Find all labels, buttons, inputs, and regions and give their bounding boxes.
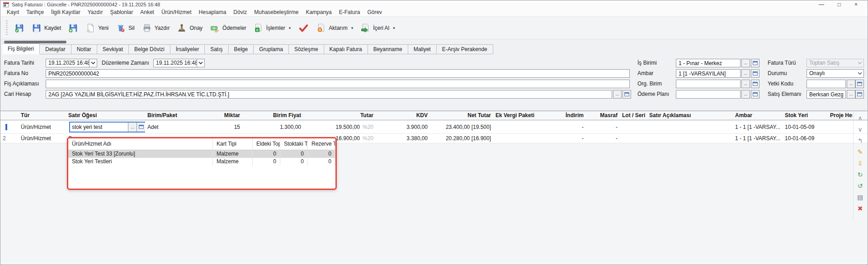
yetki-kodu-lookup-button[interactable]: ...	[847, 80, 855, 88]
chevron-down-icon[interactable]: ▾	[393, 26, 395, 30]
line-item-editor[interactable]: ...	[69, 122, 145, 132]
col-ambar[interactable]: Ambar	[733, 111, 783, 120]
menu-doviz[interactable]: Döviz	[230, 9, 250, 16]
line-item-lookup-button[interactable]: ...	[128, 123, 137, 132]
move-line-up-icon[interactable]: ∧	[858, 114, 862, 122]
col-satir-ogesi[interactable]: Satır Öğesi	[66, 111, 145, 120]
tab-kapali-fatura[interactable]: Kapalı Fatura	[324, 44, 368, 54]
tab-belge[interactable]: Belge	[229, 44, 254, 54]
tab-sevkiyat[interactable]: Sevkiyat	[97, 44, 129, 54]
is-birimi-input[interactable]	[676, 59, 741, 67]
save-and-new-button[interactable]	[65, 21, 81, 35]
maximize-button[interactable]: □	[838, 0, 841, 9]
yetki-kodu-form-button[interactable]	[855, 80, 864, 88]
ambar-form-button[interactable]	[751, 69, 760, 78]
popup-col-urun-hizmet-adi[interactable]: Ürün/Hizmet Adı	[68, 138, 213, 150]
col-tutar[interactable]: Tutar	[303, 111, 376, 120]
col-lot-seri[interactable]: Lot / Seri	[620, 111, 647, 120]
menu-yazdir[interactable]: Yazdır	[84, 9, 107, 16]
chevron-down-icon[interactable]	[89, 59, 97, 67]
col-tur[interactable]: Tür	[19, 111, 66, 120]
import-button[interactable]: İçeri Al ▾	[357, 21, 398, 35]
menu-muhasebelestirme[interactable]: Muhasebeleştirme	[250, 9, 302, 16]
col-indirim[interactable]: İndirim	[536, 111, 586, 120]
satis-elemani-form-button[interactable]	[855, 90, 864, 99]
satis-elemani-lookup-button[interactable]: ...	[847, 90, 855, 99]
edit-line-icon[interactable]: ✎	[858, 148, 863, 156]
col-miktar[interactable]: Miktar	[190, 111, 242, 120]
tab-irsaliyeler[interactable]: İrsaliyeler	[170, 44, 205, 54]
delete-line-icon[interactable]: ✖	[858, 205, 863, 212]
payments-button[interactable]: Ödemeler	[207, 21, 250, 35]
popup-col-stoktaki-toplam[interactable]: Stoktaki T...	[280, 138, 308, 150]
col-stok-yeri[interactable]: Stok Yeri	[783, 111, 828, 120]
tab-maliyet[interactable]: Maliyet	[408, 44, 437, 54]
print-button[interactable]: Yazdır	[139, 21, 173, 35]
popup-col-rezerve-toplam[interactable]: Rezerve T...	[308, 138, 335, 150]
col-kdv[interactable]: KDV	[376, 111, 430, 120]
cari-hesap-input[interactable]	[46, 90, 612, 99]
operations-button[interactable]: e İşlemler ▾	[250, 21, 294, 35]
refresh-prices-icon[interactable]: ↻	[858, 171, 863, 178]
menu-ilgili-kayitlar[interactable]: İlgili Kayıtlar	[47, 9, 84, 16]
durumu-value[interactable]: Onaylı	[807, 70, 856, 77]
toolbar-grip[interactable]	[6, 20, 8, 36]
tab-notlar[interactable]: Notlar	[71, 44, 97, 54]
is-birimi-lookup-button[interactable]: ...	[741, 59, 750, 67]
tab-fis-bilgileri[interactable]: Fiş Bilgileri	[2, 43, 40, 54]
fis-aciklamasi-input[interactable]	[46, 80, 630, 88]
confirm-button[interactable]	[295, 21, 312, 35]
org-birim-input[interactable]	[676, 80, 741, 88]
new-button[interactable]: Yeni	[82, 21, 112, 35]
duzenleme-zamani-combo[interactable]: 19.11.2025 16:48	[153, 59, 205, 67]
fatura-tarihi-combo[interactable]: 19.11.2025 16:48	[46, 59, 97, 67]
popup-row-1[interactable]: Stok Yeri Test 33 [Zorunlu] Malzeme 0 0 …	[68, 150, 335, 158]
col-masraf[interactable]: Masraf	[586, 111, 620, 120]
ambar-input[interactable]	[676, 69, 741, 78]
odeme-plani-input[interactable]	[676, 90, 741, 99]
col-marker[interactable]	[0, 111, 19, 120]
menu-kayit[interactable]: Kayıt	[3, 9, 23, 16]
undo-line-icon[interactable]: ↰	[858, 137, 863, 144]
odeme-plani-lookup-button[interactable]: ...	[741, 90, 750, 99]
transfer-button[interactable]: Aktarım ▾	[313, 21, 356, 35]
close-button[interactable]: ×	[854, 0, 858, 9]
cari-hesap-form-button[interactable]	[623, 90, 631, 99]
popup-col-eldeki-toplam[interactable]: Eldeki Top...	[253, 138, 280, 150]
tab-e-arsiv-perakende[interactable]: E-Arşiv Perakende	[437, 44, 493, 54]
cari-hesap-lookup-button[interactable]: ...	[613, 90, 622, 99]
fatura-no-input[interactable]	[46, 69, 630, 78]
org-birim-form-button[interactable]	[751, 80, 760, 88]
chevron-down-icon[interactable]: ▾	[351, 26, 354, 30]
chevron-down-icon[interactable]	[856, 70, 863, 77]
minimize-button[interactable]: —	[819, 0, 824, 9]
approve-button[interactable]: Onay	[174, 21, 206, 35]
fatura-tarihi-value[interactable]: 19.11.2025 16:48	[46, 59, 89, 67]
tab-belge-dovizi[interactable]: Belge Dövizi	[129, 44, 170, 54]
tab-beyanname[interactable]: Beyanname	[368, 44, 408, 54]
menu-gorev[interactable]: Görev	[363, 9, 386, 16]
odeme-plani-form-button[interactable]	[751, 90, 760, 99]
menu-sablonlar[interactable]: Şablonlar	[107, 9, 137, 16]
org-birim-lookup-button[interactable]: ...	[741, 80, 750, 88]
popup-col-kart-tipi[interactable]: Kart Tipi	[213, 138, 253, 150]
duzenleme-zamani-value[interactable]: 19.11.2025 16:48	[154, 59, 197, 67]
copy-line-icon[interactable]: ▤	[857, 194, 863, 201]
grid-row-1[interactable]: Ürün/Hizmet ... Adet 15 1.300,00 19.500,…	[0, 120, 868, 134]
col-satir-aciklamasi[interactable]: Satır Açıklaması	[647, 111, 733, 120]
durumu-combo[interactable]: Onaylı	[807, 69, 864, 78]
is-birimi-form-button[interactable]	[751, 59, 760, 67]
col-ek-vergi-paketi[interactable]: Ek Vergi Paketi	[493, 111, 536, 120]
menu-anket[interactable]: Anket	[137, 9, 158, 16]
col-proje-hesabi[interactable]: Proje Hesa	[828, 111, 853, 120]
yetki-kodu-input[interactable]	[807, 80, 846, 88]
tab-sozlesme[interactable]: Sözleşme	[289, 44, 324, 54]
col-birim-paket[interactable]: Birim/Paket	[145, 111, 190, 120]
chevron-down-icon[interactable]: ▾	[289, 26, 291, 30]
recalculate-icon[interactable]: ↺	[858, 182, 863, 189]
delete-button[interactable]: Sil	[113, 21, 137, 35]
save-and-close-button[interactable]	[11, 21, 28, 35]
tab-gruplama[interactable]: Gruplama	[254, 44, 289, 54]
menu-tarihce[interactable]: Tarihçe	[23, 9, 47, 16]
tab-detaylar[interactable]: Detaylar	[40, 44, 71, 54]
